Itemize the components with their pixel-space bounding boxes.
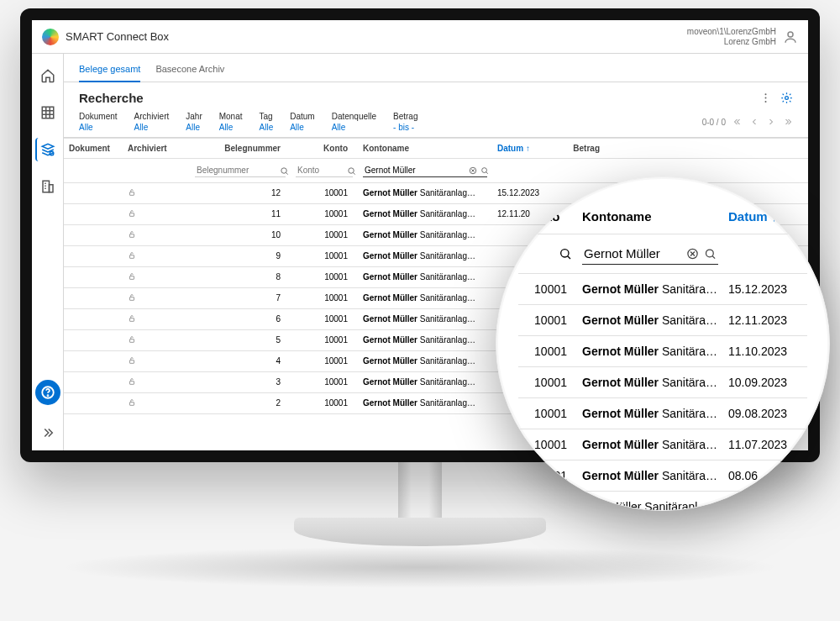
beleg-cell: 4 (190, 351, 291, 371)
col-dokument[interactable]: Dokument (64, 139, 123, 158)
filter-datum[interactable]: DatumAlle (290, 112, 314, 132)
mag-row[interactable]: 10001Gernot Müller Sanitäranlag…12.11.20… (518, 305, 807, 336)
filter-jahr[interactable]: JahrAlle (186, 112, 202, 132)
svg-rect-23 (130, 360, 134, 364)
search-icon[interactable] (704, 248, 717, 261)
kontoname-cell: Gernot Müller Sanitäranlag… (358, 288, 492, 308)
konto-cell: 10001 (291, 330, 358, 350)
konto-cell: 10001 (291, 309, 358, 329)
archiviert-cell (123, 393, 190, 413)
nav-search-docs[interactable] (35, 138, 59, 161)
unlock-icon (128, 188, 136, 197)
settings-gear-icon[interactable] (780, 92, 793, 104)
mag-partial-row: t Müller Sanitäranl (518, 492, 807, 511)
mag-search-row (518, 234, 807, 274)
more-vert-icon[interactable] (759, 92, 772, 104)
kontoname-cell: Gernot Müller Sanitäranlag… (358, 330, 492, 350)
search-icon (347, 166, 356, 176)
search-icon[interactable] (559, 247, 572, 261)
mag-konto-cell: 10001 (518, 336, 577, 366)
page-toolbar: Recherche (64, 82, 808, 108)
unlock-icon (128, 209, 136, 218)
svg-point-14 (482, 168, 487, 173)
tab-belege-gesamt[interactable]: Belege gesamt (79, 59, 140, 82)
kontoname-cell: Gernot Müller Sanitäranlag… (358, 267, 492, 287)
mag-name-cell: Gernot Müller Sanitäranlag… (577, 336, 723, 366)
mag-row[interactable]: 10001Gernot Müller Sanitäranlag…10.09.20… (518, 367, 807, 398)
beleg-cell: 7 (190, 288, 291, 308)
kontoname-cell: Gernot Müller Sanitäranlag… (358, 309, 492, 329)
mag-row[interactable]: 10001Gernot Müller Sanitäranlag…11.10.20… (518, 336, 807, 367)
beleg-cell: 6 (190, 309, 291, 329)
archiviert-cell (123, 309, 190, 329)
svg-point-28 (706, 250, 714, 257)
mag-row[interactable]: 0001Gernot Müller Sanitäranlag…08.06 (518, 460, 807, 492)
filter-archiviert[interactable]: ArchiviertAlle (134, 112, 170, 132)
mag-row[interactable]: 10001Gernot Müller Sanitäranlag…09.08.20… (518, 398, 807, 429)
page-next-icon[interactable] (766, 117, 776, 127)
col-konto[interactable]: Konto (291, 139, 358, 158)
col-betrag[interactable]: Betrag (559, 139, 610, 158)
help-button[interactable] (35, 380, 60, 405)
search-konto[interactable] (291, 159, 358, 182)
mag-col-kontoname[interactable]: Kontoname (577, 203, 723, 230)
nav-building[interactable] (36, 175, 60, 198)
filter-monat[interactable]: MonatAlle (219, 112, 243, 132)
pager-range: 0-0 / 0 (702, 118, 726, 127)
page-last-icon[interactable] (783, 117, 793, 127)
konto-cell: 10001 (291, 372, 358, 392)
svg-rect-15 (130, 192, 134, 196)
mag-konto-cell: 0001 (518, 460, 577, 491)
archiviert-cell (123, 225, 190, 245)
mag-date-cell: 11.10.2023 (723, 336, 807, 366)
user-info[interactable]: moveon\1\LorenzGmbH Lorenz GmbH (687, 27, 776, 47)
monitor-stand-neck (398, 460, 442, 521)
nav-home[interactable] (36, 64, 60, 87)
filter-dokument[interactable]: DokumentAlle (79, 112, 118, 132)
filter-betrag[interactable]: Betrag- bis - (393, 112, 417, 132)
col-archiviert[interactable]: Archiviert (123, 139, 190, 158)
kontoname-cell: Gernot Müller Sanitäranlag… (358, 225, 492, 245)
svg-rect-19 (130, 276, 134, 280)
titlebar: SMART Connect Box moveon\1\LorenzGmbH Lo… (32, 20, 808, 54)
svg-rect-22 (130, 339, 134, 343)
table-header: Dokument Archiviert Belegnummer Konto Ko… (64, 138, 808, 159)
filter-datenquelle[interactable]: DatenquelleAlle (332, 112, 376, 132)
archiviert-cell (123, 246, 190, 266)
col-belegnummer[interactable]: Belegnummer (190, 139, 291, 158)
clear-icon[interactable] (686, 248, 699, 261)
mag-row[interactable]: 10001Gernot Müller Sanitäranlag…11.07.20… (518, 429, 807, 460)
mag-name-cell: Gernot Müller Sanitäranlag… (577, 429, 723, 460)
mag-row[interactable]: 10001Gernot Müller Sanitäranlag…15.12.20… (518, 274, 807, 305)
user-company: Lorenz GmbH (724, 37, 776, 47)
search-kontoname[interactable] (358, 159, 492, 182)
page-prev-icon[interactable] (749, 117, 759, 127)
tab-basecone-archiv[interactable]: Basecone Archiv (155, 59, 224, 82)
search-konto-input[interactable] (296, 164, 353, 177)
filter-tag[interactable]: TagAlle (260, 112, 274, 132)
clear-icon[interactable] (469, 166, 477, 175)
beleg-cell: 5 (190, 330, 291, 350)
beleg-cell: 12 (190, 183, 291, 203)
col-kontoname[interactable]: Kontoname (358, 139, 492, 158)
search-icon[interactable] (480, 166, 489, 175)
search-icon (280, 166, 289, 176)
svg-rect-25 (130, 403, 134, 406)
unlock-icon (128, 230, 136, 239)
sidebar (32, 54, 64, 450)
mag-date-cell: 10.09.2023 (723, 367, 807, 397)
svg-rect-21 (130, 318, 134, 322)
search-belegnummer[interactable] (190, 159, 291, 182)
beleg-cell: 9 (190, 246, 291, 266)
mag-name-cell: Gernot Müller Sanitäranlag… (577, 460, 723, 491)
nav-grid[interactable] (36, 101, 60, 124)
user-avatar-icon[interactable] (783, 29, 798, 45)
unlock-icon (128, 251, 136, 260)
mag-date-cell: 15.12.2023 (723, 274, 807, 304)
search-belegnummer-input[interactable] (195, 164, 286, 177)
mag-date-cell: 08.06 (723, 460, 807, 491)
sidebar-expand[interactable] (40, 425, 55, 444)
col-datum[interactable]: Datum (492, 139, 559, 158)
beleg-cell: 8 (190, 267, 291, 287)
page-first-icon[interactable] (732, 117, 743, 127)
